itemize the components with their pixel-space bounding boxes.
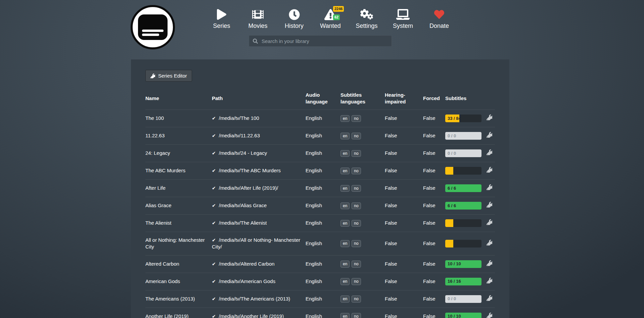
subtitle-languages: enno [340,145,385,162]
language-badge: no [352,133,361,140]
forced-value: False [423,180,445,197]
check-icon: ✔ [212,261,216,267]
forced-value: False [423,197,445,215]
subtitles-progress: 10 / 10 [445,260,481,268]
wanted-series-count-badge: 2246 [333,6,344,12]
edit-series-button[interactable] [487,260,492,268]
language-badge: en [340,240,350,247]
edit-series-button[interactable] [487,167,492,174]
forced-value: False [423,145,445,162]
edit-series-button[interactable] [487,240,492,247]
subtitle-languages: enno [340,110,385,127]
edit-series-button[interactable] [487,278,492,285]
check-icon: ✔ [212,237,216,243]
wrench-icon [487,184,492,190]
app-logo[interactable] [131,5,175,49]
audio-language: English [306,162,340,180]
edit-series-button[interactable] [487,132,492,139]
language-badge: en [340,202,350,210]
laptop-icon [396,7,410,22]
series-row: Another Life (2019) ✔/media/tv/Another L… [145,308,495,318]
subtitles-progress: 0 / 0 [445,132,481,140]
edit-series-button[interactable] [487,202,492,209]
hearing-impaired-value: False [385,273,423,290]
subtitles-progress-bar: 33 / 84 [445,115,459,122]
edit-series-button[interactable] [487,115,492,122]
subtitles-progress: 33 / 84 [445,115,481,122]
wrench-icon [487,149,492,155]
subtitles-progress: 10 / 10 [445,313,481,318]
language-badge: en [340,261,350,268]
wrench-icon [487,219,492,225]
check-icon: ✔ [212,116,216,121]
wrench-icon [487,260,492,266]
language-badge: no [352,296,361,303]
nav-settings[interactable]: Settings [349,7,385,30]
nav-donate[interactable]: Donate [421,7,457,30]
series-path-text: /media/tv/The 100 [219,115,259,121]
series-name: The Alienist [145,220,172,226]
language-badge: no [352,115,361,122]
col-header-actions [486,90,495,110]
nav-history[interactable]: History [276,7,312,30]
language-badge: no [352,278,361,285]
subtitles-progress-bar: 10 / 10 [445,313,481,318]
edit-series-button[interactable] [487,149,492,157]
subtitles-progress-bar: 6 / 6 [445,202,481,210]
subtitle-languages: enno [340,255,385,273]
nav-label-series: Series [213,22,230,30]
series-path-text: /media/tv/Another Life (2019) [219,313,284,318]
nav-label-system: System [393,22,413,30]
col-header-subtitles-languages: Subtitles languages [340,90,385,110]
series-row: 11.22.63 ✔/media/tv/11.22.63 English enn… [145,127,495,145]
audio-language: English [306,110,340,127]
edit-series-button[interactable] [487,295,492,303]
nav-system[interactable]: System [385,7,421,30]
nav-movies[interactable]: Movies [240,7,276,30]
subtitles-progress [445,219,481,227]
nav-series[interactable]: Series [203,7,240,30]
series-name: After Life [145,185,166,191]
subtitle-languages: enno [340,162,385,180]
wrench-icon [487,132,492,138]
wanted-badges: 2246 62 [333,6,344,20]
series-name: Another Life (2019) [145,313,188,318]
gears-icon [360,7,373,22]
subtitle-languages: enno [340,290,385,308]
edit-series-button[interactable] [487,219,492,227]
edit-series-button[interactable] [487,184,492,192]
logo-subtitle-icon [138,14,168,40]
series-row: The Alienist ✔/media/tv/The Alienist Eng… [145,215,495,232]
forced-value: False [423,273,445,290]
nav-label-settings: Settings [356,22,377,30]
series-path-text: /media/tv/24 - Legacy [219,150,267,156]
nav-label-wanted: Wanted [320,22,340,30]
series-path-text: /media/tv/After Life (2019)/ [219,185,278,191]
language-badge: en [340,296,350,303]
edit-series-button[interactable] [487,313,492,318]
series-name: The Americans (2013) [145,296,195,302]
subtitles-progress: 6 / 6 [445,202,481,210]
series-row: 24: Legacy ✔/media/tv/24 - Legacy Englis… [145,145,495,162]
forced-value: False [423,308,445,318]
subtitles-progress-bar: 16 / 16 [445,278,481,285]
col-header-audio-language: Audio language [306,90,340,110]
series-name: The ABC Murders [145,168,185,173]
hearing-impaired-value: False [385,162,423,180]
check-icon: ✔ [212,133,216,138]
series-editor-label: Series Editor [158,73,187,79]
language-badge: en [340,313,350,318]
clock-icon [289,7,300,22]
nav-wanted[interactable]: Wanted 2246 62 [312,7,349,30]
series-path-text: /media/tv/11.22.63 [219,133,260,138]
series-editor-button[interactable]: Series Editor [145,70,192,82]
col-header-forced: Forced [423,90,445,110]
subtitles-progress-bar [445,240,453,247]
subtitles-progress [445,240,481,247]
nav-label-movies: Movies [248,22,267,30]
subtitle-languages: enno [340,232,385,256]
search-input[interactable] [261,38,388,44]
series-path-text: /media/tv/Altered Carbon [219,261,275,267]
language-badge: en [340,185,350,192]
audio-language: English [306,255,340,273]
